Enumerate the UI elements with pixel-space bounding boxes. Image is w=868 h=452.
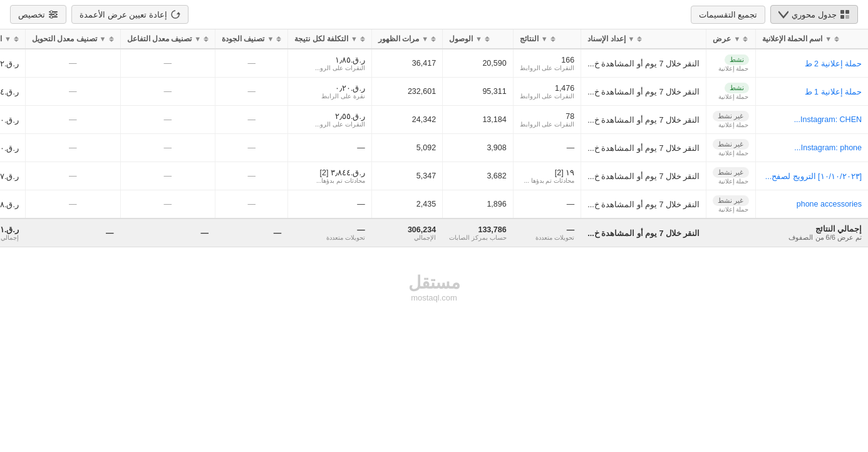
sort-engagement[interactable] [204, 36, 209, 42]
totals-label-cell: إجمالي النتائج تم عرض 6/6 من الصفوف [755, 218, 868, 247]
filter-display[interactable]: ▼ [733, 35, 740, 43]
results-value-4: ١٩ [2] [520, 168, 575, 177]
filter-cpc[interactable]: ▼ [351, 35, 358, 43]
results-value-2: 78 [520, 112, 575, 121]
cell-display-2: غير نشط حملة إعلانية [706, 106, 755, 134]
cell-quality-2: — [215, 106, 288, 134]
col-header-results: ▼ النتائج [513, 29, 581, 49]
results-value-5: — [520, 200, 575, 208]
filter-reach[interactable]: ▼ [475, 35, 482, 43]
filter-results[interactable]: ▼ [541, 35, 548, 43]
sort-results[interactable] [550, 36, 555, 42]
cpc-value-4: ر.ق.٣٫٨٤٤ [2] [294, 168, 365, 177]
cell-impressions-2: 24,342 [371, 106, 442, 134]
cell-cpc-2: ر.ق.٢٫٥٥ النقرات على الرو... [288, 106, 372, 134]
campaign-link-3[interactable]: Instagram: phone... [794, 143, 862, 152]
svg-point-10 [50, 16, 53, 18]
sort-quality[interactable] [276, 36, 281, 42]
campaign-link-1[interactable]: حملة إعلانية 1 ط [805, 88, 862, 96]
cell-impressions-0: 36,417 [371, 49, 442, 78]
sort-cpc[interactable] [360, 36, 365, 42]
cell-cpc-0: ر.ق.١٫٨٥ النقرات على الرو... [288, 49, 372, 78]
cell-results-4: ١٩ [2] محادثات تم بدؤها ... [513, 162, 581, 190]
results-sub-0: النقرات على الروابط [520, 64, 575, 71]
filter-quality[interactable]: ▼ [267, 35, 274, 43]
cell-impressions-5: 2,435 [371, 190, 442, 219]
cell-name-3: Instagram: phone... [755, 134, 868, 162]
col-header-campaign-name: ▼ اسم الحملة الإعلانية [755, 29, 868, 49]
status-badge-5: غير نشط [713, 195, 748, 206]
cell-name-4: [١٠/١٠/٢٠٢٣] الترويج لصفح... [755, 162, 868, 190]
cell-conversion-3: — [25, 134, 120, 162]
results-sub-4: محادثات تم بدؤها ... [520, 177, 575, 184]
sort-spend[interactable] [14, 36, 19, 42]
sort-reach[interactable] [485, 36, 490, 42]
svg-point-8 [50, 11, 53, 13]
sort-conversion[interactable] [109, 36, 114, 42]
campaign-type-3: حملة إعلانية [713, 150, 748, 157]
filter-impressions[interactable]: ▼ [421, 35, 428, 43]
cell-reach-0: 20,590 [443, 49, 514, 78]
top-bar-right: جدول محوري تجميع التقسيمات [691, 5, 858, 24]
totals-conversion-cell: — [25, 218, 120, 247]
campaign-link-0[interactable]: حملة إعلانية 2 ط [805, 59, 862, 68]
svg-marker-4 [177, 12, 180, 14]
status-badge-0: نشط [725, 54, 749, 65]
sort-campaign-name[interactable] [834, 36, 839, 42]
cell-engagement-3: — [120, 134, 215, 162]
cell-results-3: — [513, 134, 581, 162]
cell-engagement-5: — [120, 190, 215, 219]
cell-attribution-0: النقر خلال 7 يوم أو المشاهدة خ... [581, 49, 706, 78]
cpc-value-2: ر.ق.٢٫٥٥ [294, 111, 365, 121]
col-header-reach: ▼ الوصول [443, 29, 514, 49]
campaign-link-4[interactable]: [١٠/١٠/٢٠٢٣] الترويج لصفح... [765, 172, 862, 181]
cell-impressions-3: 5,092 [371, 134, 442, 162]
cell-display-5: غير نشط حملة إعلانية [706, 190, 755, 219]
totals-row: إجمالي النتائج تم عرض 6/6 من الصفوف النق… [0, 218, 868, 247]
results-value-1: 1,476 [520, 84, 575, 93]
cell-attribution-5: النقر خلال 7 يوم أو المشاهدة خ... [581, 190, 706, 219]
table-row: phone accessories غير نشط حملة إعلانية ا… [0, 190, 868, 219]
campaign-link-5[interactable]: phone accessories [797, 200, 862, 208]
pivot-table-button[interactable]: جدول محوري [770, 5, 858, 24]
group-divisions-button[interactable]: تجميع التقسيمات [691, 6, 766, 24]
svg-point-9 [54, 13, 56, 16]
cell-display-1: نشط حملة إعلانية [706, 78, 755, 106]
col-header-cpc: ▼ التكلفة لكل نتيجة [288, 29, 372, 49]
filter-campaign-name[interactable]: ▼ [825, 35, 832, 43]
cell-cpc-3: — [288, 134, 372, 162]
cell-engagement-0: — [120, 49, 215, 78]
filter-spend[interactable]: ▼ [4, 35, 11, 43]
cell-conversion-0: — [25, 49, 120, 78]
sort-impressions[interactable] [431, 36, 436, 42]
cell-name-1: حملة إعلانية 1 ط [755, 78, 868, 106]
filter-conversion[interactable]: ▼ [100, 35, 106, 43]
sort-display[interactable] [743, 36, 748, 42]
customize-button[interactable]: تخصيص [10, 5, 66, 24]
results-sub-2: النقرات على الروابط [520, 121, 575, 128]
sort-attribution[interactable] [637, 36, 642, 42]
cell-results-5: — [513, 190, 581, 219]
cell-attribution-3: النقر خلال 7 يوم أو المشاهدة خ... [581, 134, 706, 162]
reset-columns-button[interactable]: إعادة تعيين عرض الأعمدة [71, 5, 189, 24]
table-row: [١٠/١٠/٢٠٢٣] الترويج لصفح... غير نشط حمل… [0, 162, 868, 190]
filter-attribution[interactable]: ▼ [628, 35, 635, 43]
cpc-sub-0: النقرات على الرو... [294, 64, 365, 71]
totals-impressions-cell: 306,234 الإجمالي [371, 218, 442, 247]
cell-display-4: غير نشط حملة إعلانية [706, 162, 755, 190]
filter-engagement[interactable]: ▼ [194, 35, 201, 43]
campaign-link-2[interactable]: Instagram: CHEN... [794, 115, 862, 124]
watermark: مستقل mostaql.com [0, 247, 868, 309]
cell-cpc-1: ر.ق.٠٫٢٠ نقرة على الرابط [288, 78, 372, 106]
campaign-type-0: حملة إعلانية [713, 65, 748, 72]
cell-conversion-2: — [25, 106, 120, 134]
cell-results-2: 78 النقرات على الروابط [513, 106, 581, 134]
reset-icon [170, 9, 180, 19]
cpc-value-1: ر.ق.٠٫٢٠ [294, 83, 365, 93]
cell-name-2: Instagram: CHEN... [755, 106, 868, 134]
totals-reach-cell: 133,786 حساب بمركز الصابات [443, 218, 514, 247]
campaign-type-2: حملة إعلانية [713, 121, 748, 128]
cell-spend-5: ر.ق.١٥٫٤٨ [0, 190, 25, 219]
campaign-type-5: حملة إعلانية [713, 206, 748, 213]
cell-results-1: 1,476 النقرات على الروابط [513, 78, 581, 106]
